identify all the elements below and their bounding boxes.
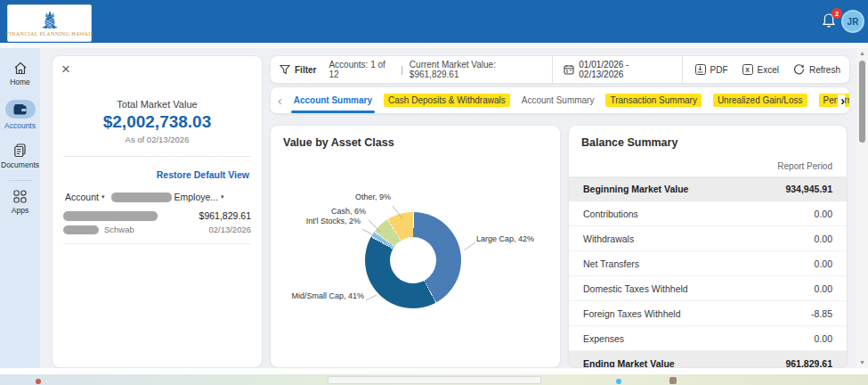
tabs-scroll-right-icon[interactable]: › [838, 94, 845, 107]
tab-performance-overview[interactable]: Performance Overview [819, 94, 851, 107]
company-logo[interactable]: Financial Planning Hawaii [7, 4, 92, 42]
scrollbar-thumb[interactable] [859, 61, 865, 143]
account-custodian: Schwab [104, 225, 134, 234]
account-list-item[interactable]: $961,829.61 Schwab 02/13/2026 [53, 202, 262, 234]
balance-summary-card: Balance Summary Report Period Beginning … [568, 125, 848, 368]
row-label: Net Transfers [583, 258, 639, 269]
active-nav-pill [5, 100, 36, 119]
tab-account-summary-2[interactable]: Account Summary [522, 87, 595, 113]
table-row: Beginning Market Value 934,945.91 [569, 176, 847, 201]
taskbar-app-icon[interactable] [669, 377, 677, 384]
row-value: 934,945.91 [785, 184, 832, 194]
tab-account-summary[interactable]: Account Summary [294, 87, 372, 113]
home-icon [13, 61, 28, 75]
account-value: $961,829.61 [199, 210, 251, 221]
redacted-account-number [63, 225, 99, 234]
balance-summary-title: Balance Summary [569, 126, 847, 149]
scrollbar-up-icon[interactable]: ▲ [859, 49, 865, 58]
toolbar-separator: | [401, 65, 403, 75]
tab-cash-deposits-withdrawals[interactable]: Cash Deposits & Withdrawals [384, 94, 510, 107]
redacted-account-name [63, 211, 158, 221]
page-scrollbar[interactable]: ▲ ▼ [856, 49, 868, 368]
taskbar-app-icon[interactable] [616, 379, 621, 384]
sidebar-item-documents[interactable]: Documents [0, 143, 40, 169]
report-period-column-header: Report Period [569, 149, 847, 176]
pie-label-mid-small-cap: Mid/Small Cap, 41% [291, 291, 364, 300]
market-value-panel: × Total Market Value $2,002,738.03 As of… [52, 55, 263, 368]
sidebar-item-label: Home [10, 78, 30, 86]
tab-transaction-summary[interactable]: Transaction Summary [605, 94, 701, 107]
refresh-label: Refresh [809, 65, 840, 75]
report-toolbar: Filter Accounts: 1 of 12 | Current Marke… [270, 55, 850, 84]
row-label: Foreign Taxes Withheld [583, 308, 681, 319]
row-value: 0.00 [815, 258, 832, 269]
report-tabs-bar: ‹ Account Summary Cash Deposits & Withdr… [270, 86, 850, 114]
user-avatar[interactable]: JR [841, 10, 864, 33]
notification-count-badge: 2 [831, 8, 842, 19]
sidebar-item-apps[interactable]: Apps [0, 190, 40, 215]
pie-label-other: Other, 9% [355, 192, 391, 201]
tab-unrealized-gain-loss[interactable]: Unrealized Gain/Loss [713, 94, 807, 107]
table-row: Expenses 0.00 [569, 326, 847, 351]
app-screen: Financial Planning Hawaii 2 JR Home [0, 0, 868, 385]
refresh-button[interactable]: Refresh [793, 63, 840, 77]
asset-class-card: Value by Asset Class Other, 9% Cash, 6% … [270, 125, 561, 368]
excel-label: Excel [758, 65, 779, 75]
total-market-value-block: Total Market Value $2,002,738.03 As of 0… [53, 99, 262, 144]
scrollbar-down-icon[interactable]: ▼ [859, 358, 865, 367]
sidebar-item-home[interactable]: Home [0, 61, 40, 86]
export-pdf-button[interactable]: PDF [695, 64, 728, 75]
taskbar-search-box[interactable] [328, 376, 541, 384]
pdf-export-icon [695, 64, 706, 75]
row-label: Withdrawals [583, 233, 634, 244]
sidebar-divider [9, 180, 32, 181]
pie-label-large-cap: Large Cap, 42% [476, 234, 534, 243]
export-excel-button[interactable]: X Excel [742, 64, 779, 75]
pie-label-intl-stocks: Int'l Stocks, 2% [306, 217, 361, 225]
date-range-text: 01/01/2026 - 02/13/2026 [579, 60, 670, 79]
row-value: 0.00 [815, 233, 832, 244]
taskbar-app-icon[interactable] [36, 379, 41, 384]
restore-default-view-link[interactable]: Restore Default View [157, 169, 249, 180]
asset-class-donut[interactable] [365, 212, 461, 308]
caret-down-icon: ▾ [101, 193, 105, 201]
accounts-count-text: Accounts: 1 of 12 [329, 60, 394, 79]
panel-divider [63, 243, 251, 244]
date-range-picker[interactable]: 01/01/2026 - 02/13/2026 [564, 60, 670, 79]
table-row: Foreign Taxes Withheld -8.85 [569, 301, 847, 326]
notifications-bell-button[interactable]: 2 [822, 12, 838, 30]
tabs-scroll-left-icon[interactable]: ‹ [278, 94, 282, 107]
row-label: Beginning Market Value [583, 184, 688, 194]
pie-label-cash: Cash, 6% [331, 207, 366, 216]
pineapple-logo-icon [40, 11, 60, 30]
calendar-icon [564, 64, 574, 75]
apps-grid-icon [13, 190, 27, 203]
logo-text: Financial Planning Hawaii [6, 31, 93, 37]
page-bottom-strip [0, 368, 868, 374]
account-filter-dropdown[interactable]: Account [65, 192, 99, 202]
filter-button[interactable]: Filter [295, 65, 316, 75]
table-row: Ending Market Value 961,829.61 [569, 351, 847, 368]
top-header-bar: Financial Planning Hawaii 2 JR [0, 0, 868, 43]
row-value: 0.00 [815, 333, 832, 344]
wallet-icon [13, 104, 27, 115]
toolbar-vertical-divider [552, 56, 553, 83]
row-value: 0.00 [815, 209, 832, 219]
row-value: 0.00 [815, 283, 832, 294]
account-group-dropdown[interactable]: Employe... [174, 192, 218, 202]
redacted-account-group [111, 192, 172, 202]
os-taskbar[interactable] [0, 374, 868, 385]
row-label: Domestic Taxes Withheld [583, 283, 688, 294]
excel-export-icon: X [742, 64, 753, 75]
sidebar-item-label: Accounts [4, 121, 36, 130]
table-row: Contributions 0.00 [569, 201, 847, 226]
left-nav-sidebar: Home Accounts Documents [0, 48, 40, 374]
refresh-icon [793, 63, 805, 77]
row-label: Ending Market Value [583, 358, 675, 368]
table-row: Domestic Taxes Withheld 0.00 [569, 276, 847, 301]
current-market-value-text: Current Market Value: $961,829.61 [410, 60, 541, 79]
pdf-label: PDF [710, 65, 728, 75]
close-icon[interactable]: × [61, 61, 70, 77]
filter-funnel-icon [280, 64, 290, 75]
sidebar-item-accounts[interactable]: Accounts [0, 100, 40, 130]
